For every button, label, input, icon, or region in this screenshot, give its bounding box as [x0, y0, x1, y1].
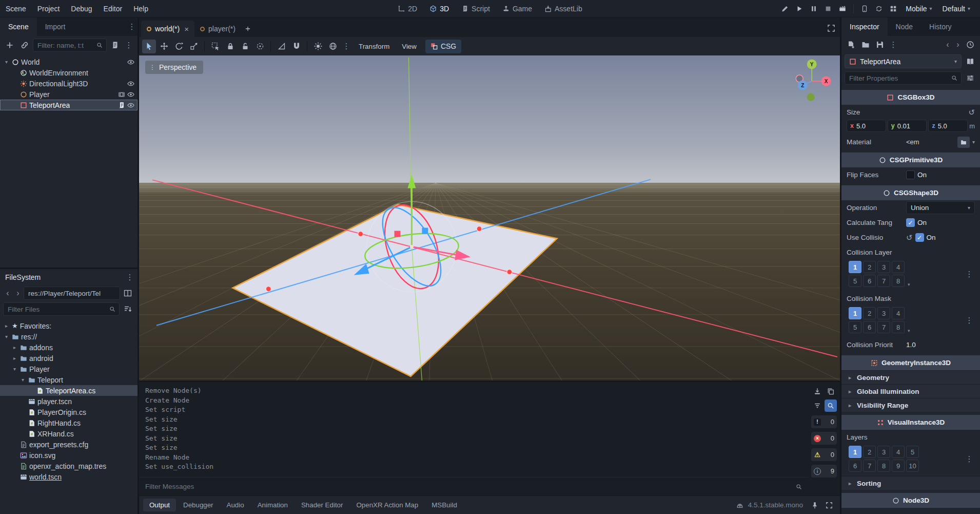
- sort-files-button[interactable]: [121, 302, 134, 316]
- axis-neg-y-ball[interactable]: [807, 93, 815, 101]
- property-size[interactable]: Size ↺: [841, 105, 980, 120]
- render-layer-cell[interactable]: 7: [863, 460, 876, 472]
- history-forward-icon[interactable]: ›: [953, 39, 963, 51]
- tab-inspector[interactable]: Inspector: [841, 17, 888, 36]
- collapse-arrow-icon[interactable]: ▸: [3, 323, 10, 329]
- render-layer-cell[interactable]: 9: [892, 460, 905, 472]
- revert-icon[interactable]: ↺: [906, 234, 913, 241]
- instances-grid-button[interactable]: [887, 2, 900, 15]
- bottom-tab-msbuild[interactable]: MSBuild: [425, 499, 463, 511]
- snap-button[interactable]: [289, 40, 303, 53]
- forward-button[interactable]: ›: [13, 287, 23, 299]
- collision-priority-value[interactable]: 1.0: [906, 341, 916, 349]
- scene-extra-menu-icon[interactable]: ⋮: [123, 41, 134, 50]
- workspace-script[interactable]: Script: [455, 0, 496, 17]
- fs-row-player-folder[interactable]: ▾Player: [0, 364, 138, 374]
- filter-messages-input[interactable]: [139, 483, 808, 490]
- property-calculate-tangents[interactable]: Calculate Tang ✓On: [841, 215, 980, 230]
- path-input[interactable]: [24, 290, 120, 297]
- layer-cell[interactable]: 5: [849, 275, 861, 287]
- output-line[interactable]: Remove Node(s): [145, 386, 808, 396]
- viewport-extra-menu-icon[interactable]: ⋮: [341, 42, 352, 51]
- render-layer-cell[interactable]: 5: [906, 446, 919, 458]
- scene-filter-input[interactable]: [33, 42, 106, 49]
- layer-cell[interactable]: 7: [877, 275, 890, 287]
- run-profile-dropdown[interactable]: Default▾: [938, 5, 975, 13]
- fs-row-playerorigin-cs[interactable]: PlayerOrigin.cs: [0, 407, 138, 417]
- category-visualinstance3d[interactable]: VisualInstance3D: [841, 415, 980, 430]
- resource-menu-icon[interactable]: ⋮: [888, 40, 899, 49]
- expand-panel-icon[interactable]: [822, 499, 836, 512]
- render-layer-cell[interactable]: 4: [892, 446, 905, 458]
- select-tool-button[interactable]: [142, 40, 156, 53]
- messages-counter[interactable]: i9: [811, 465, 837, 478]
- reload-button[interactable]: [872, 2, 886, 15]
- tab-world-scene[interactable]: world(*) ×: [141, 21, 194, 37]
- fs-row-android[interactable]: ▸android: [0, 353, 138, 364]
- filter-files-input[interactable]: [4, 306, 119, 313]
- fs-row-teleportarea-cs[interactable]: TeleportArea.cs: [0, 385, 138, 396]
- viewport-canvas[interactable]: Y X Z: [139, 55, 840, 380]
- menu-scene[interactable]: Scene: [0, 0, 32, 17]
- filter-properties-input[interactable]: [845, 74, 961, 82]
- layer-cell[interactable]: 2: [863, 261, 876, 273]
- back-button[interactable]: ‹: [3, 287, 12, 299]
- visibility-eye-icon[interactable]: [127, 59, 134, 66]
- save-log-button[interactable]: [811, 385, 824, 397]
- bottom-tab-openxr-action-map[interactable]: OpenXR Action Map: [350, 499, 424, 511]
- collapse-arrow-icon[interactable]: ▸: [11, 345, 18, 350]
- show-search-button[interactable]: [825, 399, 837, 412]
- calculate-tangents-checkbox[interactable]: ✓: [906, 218, 915, 227]
- fs-row-res[interactable]: ▾res://: [0, 331, 138, 342]
- property-use-collision[interactable]: Use Collisio ↺✓On: [841, 230, 980, 245]
- group-geometry[interactable]: ▸Geometry: [841, 370, 980, 384]
- property-collision-priority[interactable]: Collision Priorit 1.0: [841, 337, 980, 352]
- new-scene-tab-button[interactable]: [241, 22, 254, 36]
- layer-cell[interactable]: 8: [892, 275, 905, 287]
- mask-cell[interactable]: 4: [892, 307, 905, 319]
- fs-row-favorites[interactable]: ▸★Favorites:: [0, 320, 138, 331]
- layer-cell[interactable]: 3: [877, 261, 890, 273]
- quick-load-button[interactable]: [957, 137, 970, 148]
- flip-faces-checkbox[interactable]: ✓: [906, 170, 915, 179]
- pause-button[interactable]: [807, 2, 820, 15]
- mask-cell[interactable]: 5: [849, 321, 861, 333]
- menu-editor[interactable]: Editor: [98, 0, 128, 17]
- ruler-button[interactable]: [275, 40, 288, 53]
- size-z-field[interactable]: z5.0: [928, 120, 968, 132]
- open-docs-button[interactable]: [964, 55, 977, 68]
- visibility-eye-icon[interactable]: [127, 91, 134, 98]
- tree-row-teleportarea[interactable]: TeleportArea: [0, 100, 138, 110]
- workspace-assetlib[interactable]: AssetLib: [538, 0, 589, 17]
- group-global-illumination[interactable]: ▸Global Illumination: [841, 384, 980, 398]
- close-tab-icon[interactable]: ×: [184, 25, 189, 33]
- stop-button[interactable]: [821, 2, 835, 15]
- collapse-duplicates-button[interactable]: [811, 399, 824, 412]
- gizmo-plane-handle-x[interactable]: [395, 231, 401, 237]
- load-resource-button[interactable]: [859, 38, 872, 51]
- gizmo-center[interactable]: [410, 245, 414, 249]
- size-y-field[interactable]: y0.01: [888, 120, 927, 132]
- lock-button[interactable]: [223, 40, 237, 53]
- use-collision-checkbox[interactable]: ✓: [915, 233, 924, 242]
- collapse-arrow-icon[interactable]: ▾: [19, 377, 26, 383]
- editor-counter[interactable]: ⚠0: [811, 448, 837, 461]
- bottom-tab-output[interactable]: Output: [143, 499, 176, 511]
- output-line[interactable]: Set use_collision: [145, 462, 808, 472]
- environment-preview-button[interactable]: [326, 40, 340, 53]
- property-options-button[interactable]: [964, 71, 977, 85]
- attached-script-icon[interactable]: [118, 102, 125, 109]
- instance-scene-button[interactable]: [18, 39, 31, 52]
- mask-cell[interactable]: 3: [877, 307, 890, 319]
- category-geometryinstance3d[interactable]: GeometryInstance3D: [841, 355, 980, 370]
- collapse-arrow-icon[interactable]: ▾: [3, 59, 10, 65]
- deploy-device-button[interactable]: [858, 2, 871, 15]
- play-button[interactable]: [793, 2, 806, 15]
- chevron-down-icon[interactable]: ▾: [972, 139, 975, 145]
- layer-cell[interactable]: 1: [849, 261, 861, 273]
- copy-log-button[interactable]: [825, 385, 837, 397]
- bottom-tab-audio[interactable]: Audio: [221, 499, 250, 511]
- fs-row-world-tscn[interactable]: world.tscn: [0, 471, 138, 482]
- group-sorting[interactable]: ▸Sorting: [841, 476, 980, 490]
- sun-preview-button[interactable]: [311, 40, 325, 53]
